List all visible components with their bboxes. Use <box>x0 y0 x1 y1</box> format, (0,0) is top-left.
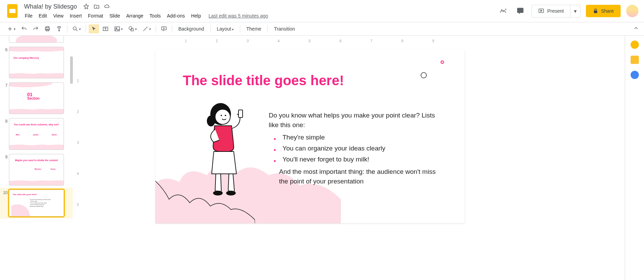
slide-thumb-selected[interactable]: The slide title goes here! Do you know w… <box>9 190 64 216</box>
thumb-row-6: 6 Our company Mercury <box>3 47 71 78</box>
tasks-addon-icon[interactable] <box>631 71 639 79</box>
slide-thumb[interactable]: Our company Mercury <box>9 47 64 78</box>
menu-view[interactable]: View <box>51 12 66 20</box>
present-dropdown[interactable]: ▾ <box>570 5 580 17</box>
woman-illustration <box>197 102 255 198</box>
thumb-number: 9 <box>3 154 9 186</box>
account-avatar[interactable] <box>626 5 639 17</box>
side-panel <box>625 36 644 280</box>
present-button-group: Present ▾ <box>532 5 580 18</box>
thumb-number: 7 <box>3 82 9 114</box>
thumb-row-8: 8 You could use three columns, why not? … <box>3 118 71 150</box>
toolbar: ▾ ▾ ▾ ▾ ▾ Background Layout▾ Theme Trans… <box>0 22 644 36</box>
intro-text: Do you know what helps you make your poi… <box>269 111 437 130</box>
present-label: Present <box>547 8 564 14</box>
select-tool[interactable] <box>89 24 99 33</box>
bullet-list: They're simple You can organize your ide… <box>269 132 437 165</box>
svg-point-16 <box>221 115 222 116</box>
filmstrip[interactable]: Whoa! 6 Our company Mercury 7 01 Section <box>0 36 73 280</box>
menu-addons[interactable]: Add-ons <box>164 12 188 20</box>
outro-text: And the most important thing: the audien… <box>279 167 437 186</box>
keep-addon-icon[interactable] <box>631 56 639 64</box>
svg-point-10 <box>129 26 132 30</box>
cloud-status-icon[interactable] <box>104 3 111 10</box>
calendar-addon-icon[interactable] <box>631 41 639 49</box>
last-edit-link[interactable]: Last edit was 5 minutes ago <box>209 13 268 19</box>
filmstrip-scrollbar[interactable] <box>70 56 73 84</box>
document-title[interactable]: Whala! by Slidesgo <box>22 2 79 11</box>
menu-format[interactable]: Format <box>85 12 106 20</box>
zoom-button[interactable]: ▾ <box>70 24 83 33</box>
svg-rect-8 <box>115 27 120 31</box>
svg-point-18 <box>207 115 215 126</box>
svg-point-13 <box>16 36 57 43</box>
slide-wrapper: The slide title goes here! <box>155 49 465 223</box>
slide-thumb[interactable]: 01 Section <box>9 82 64 114</box>
menu-file[interactable]: File <box>22 12 35 20</box>
image-tool[interactable]: ▾ <box>112 24 125 33</box>
comment-button[interactable] <box>159 24 169 33</box>
horizontal-ruler: 1 2 3 4 5 6 7 8 9 <box>85 36 625 48</box>
activity-icon[interactable] <box>497 5 509 17</box>
thumb-number: 6 <box>3 47 9 78</box>
share-button[interactable]: Share <box>586 5 621 17</box>
bullet-item: They're simple <box>282 132 437 143</box>
menu-arrange[interactable]: Arrange <box>123 12 146 20</box>
redo-button[interactable] <box>31 24 41 33</box>
svg-point-15 <box>215 109 230 124</box>
collapse-toolbar-icon[interactable] <box>633 25 639 33</box>
slide-thumb[interactable]: Whoa! <box>9 36 64 43</box>
thumb-row-10: 10 The slide title goes here! Do you kno… <box>3 190 71 216</box>
shape-tool[interactable]: ▾ <box>126 24 139 33</box>
app-header: Whala! by Slidesgo File Edit View Insert… <box>0 0 644 22</box>
decoration-circle-large <box>421 72 427 78</box>
present-button[interactable]: Present <box>532 5 570 17</box>
menu-slide[interactable]: Slide <box>107 12 123 20</box>
svg-point-20 <box>226 191 236 195</box>
thumb-row-9: 9 Maybe you need to divide the content M… <box>3 154 71 186</box>
comments-icon[interactable] <box>514 5 526 17</box>
menu-insert[interactable]: Insert <box>67 12 85 20</box>
menu-tools[interactable]: Tools <box>147 12 164 20</box>
thumb-row-5: Whoa! <box>3 38 71 43</box>
slide-canvas[interactable]: The slide title goes here! <box>155 49 465 223</box>
slide-body-textbox[interactable]: Do you know what helps you make your poi… <box>269 111 437 186</box>
thumb-number <box>3 38 9 43</box>
background-button[interactable]: Background <box>175 25 208 33</box>
slide-title-text[interactable]: The slide title goes here! <box>183 73 344 88</box>
thumb-number: 8 <box>3 118 9 150</box>
svg-rect-11 <box>131 29 133 31</box>
new-slide-button[interactable]: ▾ <box>5 24 18 33</box>
undo-button[interactable] <box>19 24 29 33</box>
decoration-circle-small <box>441 60 444 64</box>
bullet-item: You'll never forget to buy milk! <box>282 154 437 165</box>
star-icon[interactable] <box>83 3 89 10</box>
slides-logo[interactable] <box>5 4 19 18</box>
layout-button[interactable]: Layout▾ <box>213 25 237 33</box>
thumb-number: 10 <box>3 190 9 216</box>
menu-edit[interactable]: Edit <box>36 12 50 20</box>
vertical-ruler: 1 2 3 4 5 <box>73 48 85 280</box>
slide-thumb[interactable]: Maybe you need to divide the content Mer… <box>9 154 64 186</box>
thumb-row-7: 7 01 Section <box>3 82 71 114</box>
menu-help[interactable]: Help <box>188 12 204 20</box>
share-label: Share <box>601 8 614 14</box>
print-button[interactable] <box>42 24 53 33</box>
bullet-item: You can organize your ideas clearly <box>282 143 437 154</box>
canvas-area[interactable]: 1 2 3 4 5 1 2 3 4 5 6 7 8 9 The slide ti… <box>73 36 625 280</box>
slide-thumb[interactable]: You could use three columns, why not? Ma… <box>9 118 64 150</box>
menubar: File Edit View Insert Format Slide Arran… <box>22 12 497 20</box>
svg-rect-21 <box>238 110 243 117</box>
move-icon[interactable] <box>93 3 100 10</box>
svg-point-6 <box>73 27 76 30</box>
theme-button[interactable]: Theme <box>243 25 265 33</box>
transition-button[interactable]: Transition <box>270 25 298 33</box>
svg-point-19 <box>213 191 223 195</box>
svg-rect-1 <box>9 9 15 13</box>
textbox-tool[interactable] <box>100 24 111 33</box>
svg-point-17 <box>225 115 226 116</box>
main-area: Whoa! 6 Our company Mercury 7 01 Section <box>0 36 644 280</box>
line-tool[interactable]: ▾ <box>140 24 153 33</box>
paint-format-button[interactable] <box>54 24 64 33</box>
